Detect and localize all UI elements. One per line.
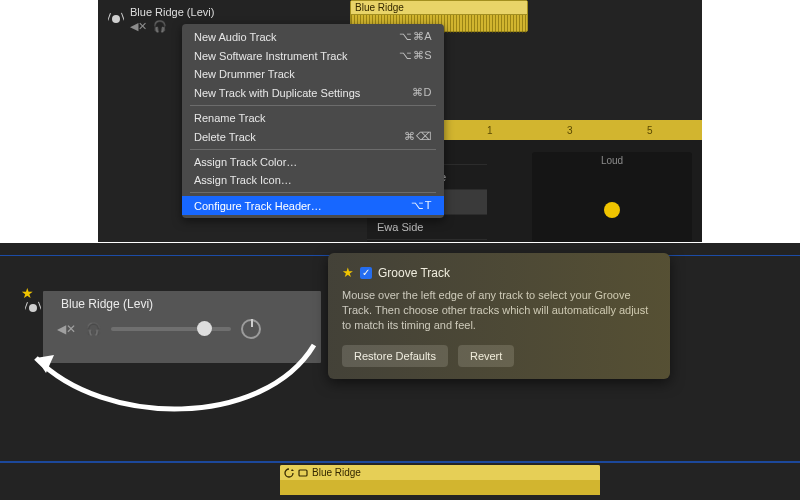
- track-name: Blue Ridge (Levi): [43, 291, 321, 311]
- drummer-xy-pad[interactable]: Loud: [532, 152, 692, 242]
- menu-label: New Software Instrument Track: [194, 50, 347, 62]
- configure-track-header-popover[interactable]: ★ ✓ Groove Track Mouse over the left edg…: [328, 253, 670, 379]
- track-name: Blue Ridge (Levi): [98, 0, 348, 18]
- svg-point-0: [112, 15, 120, 23]
- drummer-icon: [108, 12, 124, 24]
- menu-label: New Drummer Track: [194, 68, 295, 80]
- revert-button[interactable]: Revert: [458, 345, 514, 367]
- menu-new-audio-track[interactable]: New Audio Track ⌥⌘A: [182, 27, 444, 46]
- volume-slider[interactable]: [111, 327, 231, 331]
- slider-knob[interactable]: [197, 321, 212, 336]
- svg-point-3: [29, 304, 37, 312]
- track-controls: ◀✕ 🎧: [43, 311, 321, 339]
- drummer-icon: [25, 301, 41, 313]
- region-name: Blue Ridge: [312, 467, 361, 478]
- menu-shortcut: ⌘⌫: [404, 130, 432, 143]
- menu-label: Assign Track Icon…: [194, 174, 292, 186]
- svg-rect-4: [25, 302, 28, 310]
- solo-headphones-icon[interactable]: 🎧: [153, 20, 167, 33]
- menu-duplicate-track[interactable]: New Track with Duplicate Settings ⌘D: [182, 83, 444, 102]
- star-icon: ★: [342, 265, 354, 280]
- bottom-screenshot: ★ Blue Ridge (Levi) ◀✕ 🎧 ★ ✓ Groove Trac…: [0, 243, 800, 500]
- region-name: Blue Ridge: [351, 1, 527, 15]
- popover-description: Mouse over the left edge of any track to…: [342, 288, 656, 333]
- menu-separator: [190, 192, 436, 193]
- solo-headphones-icon[interactable]: 🎧: [86, 322, 101, 336]
- track-context-menu[interactable]: New Audio Track ⌥⌘A New Software Instrum…: [182, 24, 444, 218]
- menu-label: New Audio Track: [194, 31, 277, 43]
- menu-new-instrument-track[interactable]: New Software Instrument Track ⌥⌘S: [182, 46, 444, 65]
- svg-rect-1: [108, 13, 111, 21]
- region-type-icon: [298, 468, 308, 478]
- mute-icon[interactable]: ◀✕: [57, 322, 76, 336]
- menu-shortcut: ⌥⌘S: [399, 49, 432, 62]
- loop-icon: [284, 468, 294, 478]
- groove-star-icon[interactable]: ★: [21, 285, 34, 301]
- menu-shortcut: ⌥T: [411, 199, 432, 212]
- svg-marker-7: [291, 469, 294, 471]
- groove-track-checkbox[interactable]: ✓: [360, 267, 372, 279]
- menu-delete-track[interactable]: Delete Track ⌘⌫: [182, 127, 444, 146]
- menu-label: Configure Track Header…: [194, 200, 322, 212]
- popover-title: Groove Track: [378, 266, 450, 280]
- menu-label: New Track with Duplicate Settings: [194, 87, 360, 99]
- xy-puck[interactable]: [604, 202, 620, 218]
- preset-item[interactable]: Ewa Side: [367, 215, 487, 240]
- timeline-divider: [0, 461, 800, 463]
- ruler-tick: 3: [567, 125, 573, 136]
- restore-defaults-button[interactable]: Restore Defaults: [342, 345, 448, 367]
- svg-rect-2: [121, 13, 124, 21]
- svg-rect-8: [299, 470, 307, 476]
- mute-icon[interactable]: ◀✕: [130, 20, 147, 33]
- menu-new-drummer-track[interactable]: New Drummer Track: [182, 65, 444, 83]
- menu-rename-track[interactable]: Rename Track: [182, 109, 444, 127]
- menu-shortcut: ⌘D: [412, 86, 432, 99]
- xy-label-loud: Loud: [532, 155, 692, 166]
- menu-label: Assign Track Color…: [194, 156, 297, 168]
- pan-knob[interactable]: [241, 319, 261, 339]
- menu-configure-track-header[interactable]: Configure Track Header… ⌥T: [182, 196, 444, 215]
- ruler-tick: 5: [647, 125, 653, 136]
- ruler-tick: 1: [487, 125, 493, 136]
- menu-label: Delete Track: [194, 131, 256, 143]
- menu-assign-color[interactable]: Assign Track Color…: [182, 153, 444, 171]
- track-header[interactable]: ★ Blue Ridge (Levi) ◀✕ 🎧: [43, 291, 321, 363]
- menu-assign-icon[interactable]: Assign Track Icon…: [182, 171, 444, 189]
- menu-separator: [190, 149, 436, 150]
- svg-rect-5: [38, 302, 41, 310]
- menu-shortcut: ⌥⌘A: [399, 30, 432, 43]
- menu-separator: [190, 105, 436, 106]
- region-clip[interactable]: Blue Ridge: [280, 465, 600, 495]
- menu-label: Rename Track: [194, 112, 266, 124]
- top-screenshot: Blue Ridge (Levi) ◀✕ 🎧 Blue Ridge idge 1…: [98, 0, 702, 242]
